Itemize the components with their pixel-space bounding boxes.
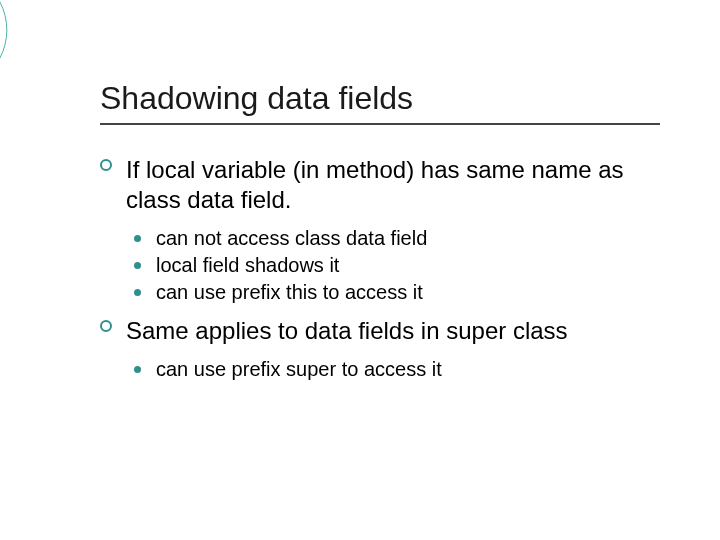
dot-icon — [134, 289, 141, 296]
bullet-level2: can not access class data field — [100, 225, 660, 252]
bullet-level1: Same applies to data fields in super cla… — [100, 316, 660, 346]
hollow-circle-icon — [100, 320, 112, 332]
bullet-text: local field shadows it — [156, 254, 339, 276]
bullet-level1: If local variable (in method) has same n… — [100, 155, 660, 215]
bullet-text: can use prefix super to access it — [156, 358, 442, 380]
slide-title: Shadowing data fields — [100, 80, 660, 117]
dot-icon — [134, 262, 141, 269]
bullet-text: can not access class data field — [156, 227, 427, 249]
bullet-level2: can use prefix super to access it — [100, 356, 660, 383]
bullet-text: Same applies to data fields in super cla… — [126, 317, 568, 344]
dot-icon — [134, 366, 141, 373]
sub-list: can not access class data field local fi… — [100, 225, 660, 306]
dot-icon — [134, 235, 141, 242]
bullet-text: can use prefix this to access it — [156, 281, 423, 303]
slide-content: Shadowing data fields If local variable … — [100, 80, 660, 393]
title-rule — [100, 123, 660, 125]
bullet-level2: can use prefix this to access it — [100, 279, 660, 306]
sub-list: can use prefix super to access it — [100, 356, 660, 383]
hollow-circle-icon — [100, 159, 112, 171]
decorative-arc — [0, 0, 80, 90]
bullet-level2: local field shadows it — [100, 252, 660, 279]
bullet-text: If local variable (in method) has same n… — [126, 156, 624, 213]
